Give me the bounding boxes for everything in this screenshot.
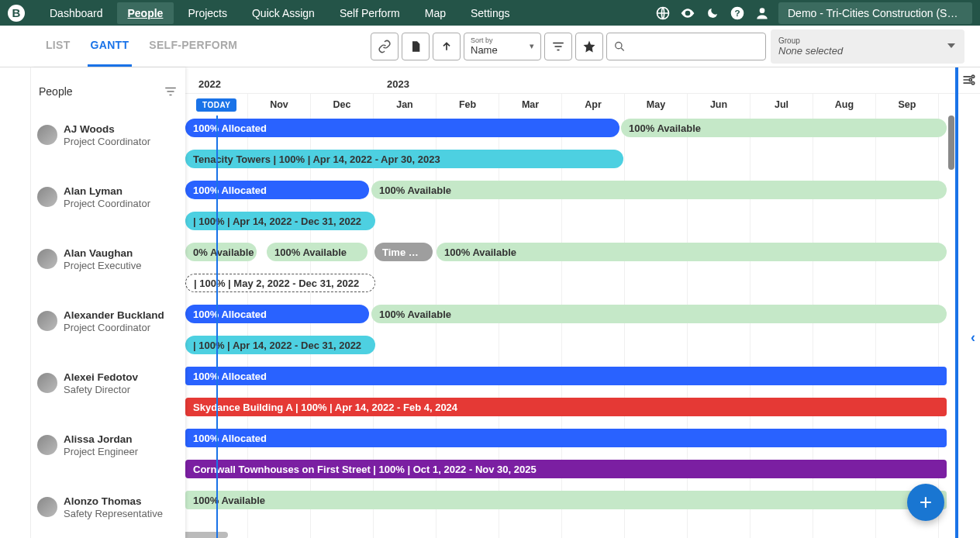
tab-gantt[interactable]: GANTT [88, 26, 133, 67]
dark-mode-icon[interactable] [704, 5, 721, 22]
language-icon[interactable] [654, 5, 671, 22]
tab-self-perform[interactable]: SELF-PERFORM [146, 26, 240, 67]
gantt-bar[interactable]: 100% Allocated [185, 181, 369, 199]
gantt-bar[interactable]: Cornwall Townhouses on First Street | 10… [185, 460, 947, 478]
gantt-bar[interactable]: 100% Allocated [185, 305, 369, 323]
people-header: People [31, 78, 185, 119]
avatar [37, 249, 57, 269]
person-title: Safety Director [64, 384, 138, 396]
gantt-bar[interactable]: 100% Allocated [185, 367, 947, 385]
gantt-settings-icon[interactable] [960, 71, 978, 89]
person-name: Alan Vaughan [64, 247, 141, 260]
avatar [37, 187, 57, 207]
gantt-row: 100% Available [185, 488, 980, 538]
month-label: May [625, 94, 688, 116]
month-label: Dec [311, 94, 374, 116]
gantt-bar[interactable]: 0% Available [185, 243, 257, 261]
gantt-bar[interactable]: 100% Allocated [185, 429, 947, 447]
group-selector[interactable]: Group None selected [771, 29, 964, 64]
year-label: 2022 [198, 78, 221, 90]
person-row[interactable]: Alan Lyman Project Coordinator [31, 181, 185, 243]
person-title: Safety Representative [64, 508, 163, 520]
search-box[interactable] [606, 33, 766, 60]
gantt-bar[interactable]: | 100% | Apr 14, 2022 - Dec 31, 2022 [185, 212, 375, 230]
today-line [216, 116, 218, 538]
nav-item-self-perform[interactable]: Self Perform [329, 2, 411, 24]
tab-list[interactable]: LIST [43, 26, 74, 67]
gantt-body: 100% Allocated100% AvailableTenacity Tow… [185, 116, 980, 538]
favorite-button[interactable] [575, 33, 603, 60]
gantt-row: 100% Allocated100% Available| 100% | Apr… [185, 302, 980, 364]
toolbar: LISTGANTTSELF-PERFORM Sort by Name Group… [0, 26, 980, 67]
svg-point-5 [971, 75, 974, 78]
svg-point-3 [760, 8, 765, 13]
filter-icon[interactable] [164, 84, 178, 98]
gantt-bar[interactable]: | 100% | Apr 14, 2022 - Dec 31, 2022 [185, 336, 375, 354]
month-label: Jun [688, 94, 751, 116]
add-fab[interactable]: + [907, 484, 944, 521]
right-drawer-edge[interactable] [955, 67, 958, 538]
person-name: Alissa Jordan [64, 433, 138, 446]
vertical-scrollbar[interactable] [948, 116, 954, 170]
gantt-area[interactable]: 20222023 TODAY OctNovDecJanFebMarAprMayJ… [185, 67, 980, 538]
month-label: Nov [248, 94, 311, 116]
org-selector[interactable]: Demo - Tri-Cities Construction (Su… [778, 2, 972, 24]
collapse-chevron-icon[interactable]: ‹ [971, 329, 975, 346]
svg-point-4 [616, 42, 622, 48]
gantt-bar[interactable]: Tenacity Towers | 100% | Apr 14, 2022 - … [185, 150, 623, 168]
gantt-bar[interactable]: Skydance Building A | 100% | Apr 14, 202… [185, 398, 947, 416]
search-icon [613, 40, 626, 53]
person-row[interactable]: Alissa Jordan Project Engineer [31, 429, 185, 491]
gantt-bar[interactable]: 100% Available [437, 243, 947, 261]
nav-item-projects[interactable]: Projects [177, 2, 238, 24]
gantt-header: 20222023 TODAY OctNovDecJanFebMarAprMayJ… [185, 78, 980, 116]
gantt-bar[interactable]: | 100% | May 2, 2022 - Dec 31, 2022 [185, 274, 375, 292]
gantt-row: 100% AllocatedSkydance Building A | 100%… [185, 364, 980, 426]
link-button[interactable] [371, 33, 399, 60]
user-icon[interactable] [754, 5, 771, 22]
avatar [37, 497, 57, 517]
avatar [37, 435, 57, 455]
sort-value: Name [471, 44, 534, 56]
sort-selector[interactable]: Sort by Name [464, 33, 541, 60]
left-gutter [0, 67, 31, 538]
upload-button[interactable] [433, 33, 461, 60]
gantt-bar[interactable]: 100% Allocated [185, 119, 619, 137]
nav-items: DashboardPeopleProjectsQuick AssignSelf … [39, 2, 521, 24]
person-row[interactable]: Alexander Buckland Project Coordinator [31, 305, 185, 367]
help-icon[interactable]: ? [729, 5, 746, 22]
nav-item-dashboard[interactable]: Dashboard [39, 2, 114, 24]
group-label: Group [778, 36, 957, 45]
gantt-bar[interactable]: Time … [374, 243, 433, 261]
gantt-bar[interactable]: 100% Available [371, 305, 947, 323]
gantt-bar[interactable]: 100% Available [621, 119, 947, 137]
people-title: People [39, 85, 73, 98]
person-name: Alan Lyman [64, 185, 150, 198]
person-title: Project Executive [64, 260, 141, 272]
month-label: Apr [562, 94, 625, 116]
app-logo[interactable]: B [8, 5, 25, 22]
nav-item-quick-assign[interactable]: Quick Assign [241, 2, 326, 24]
person-row[interactable]: AJ Woods Project Coordinator [31, 119, 185, 181]
filter-button[interactable] [544, 33, 572, 60]
person-title: Project Coordinator [64, 136, 150, 148]
nav-item-map[interactable]: Map [414, 2, 457, 24]
person-row[interactable]: Alexei Fedotov Safety Director [31, 367, 185, 429]
person-row[interactable]: Alonzo Thomas Safety Representative [31, 491, 185, 538]
gantt-row: 100% AllocatedCornwall Townhouses on Fir… [185, 426, 980, 488]
today-badge[interactable]: TODAY [196, 98, 236, 112]
search-input[interactable] [626, 40, 759, 52]
document-button[interactable] [402, 33, 430, 60]
nav-item-people[interactable]: People [117, 2, 174, 24]
person-title: Project Coordinator [64, 198, 150, 210]
gantt-bar[interactable]: 100% Available [267, 243, 368, 261]
visibility-icon[interactable] [679, 5, 696, 22]
nav-item-settings[interactable]: Settings [460, 2, 521, 24]
svg-point-6 [969, 78, 971, 81]
gantt-row: 100% Allocated100% Available| 100% | Apr… [185, 178, 980, 240]
gantt-bar[interactable]: 100% Available [371, 181, 947, 199]
svg-text:?: ? [734, 8, 740, 18]
gantt-bar[interactable]: 100% Available [185, 491, 947, 509]
person-row[interactable]: Alan Vaughan Project Executive [31, 243, 185, 305]
month-label: Aug [813, 94, 876, 116]
